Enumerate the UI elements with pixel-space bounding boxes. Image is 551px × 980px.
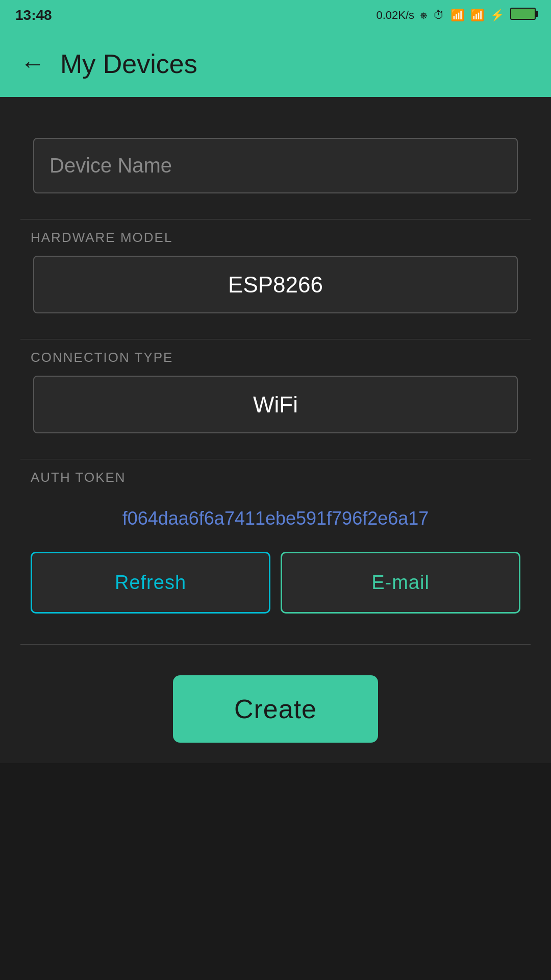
auth-token-divider — [20, 459, 531, 459]
signal-icon: 📶 — [470, 9, 484, 22]
hardware-model-select[interactable]: ESP8266 — [33, 256, 518, 313]
main-content: HARDWARE MODEL ESP8266 CONNECTION TYPE W… — [0, 97, 551, 763]
auth-token-label: AUTH TOKEN — [20, 470, 531, 485]
auth-token-value: f064daa6f6a7411ebe591f796f2e6a17 — [20, 496, 531, 542]
network-speed: 0.02K/s — [376, 9, 414, 22]
connection-divider — [20, 339, 531, 339]
status-bar: 13:48 0.02K/s ⎈ ⏱ 📶 📶 ⚡ — [0, 0, 551, 31]
email-button[interactable]: E-mail — [281, 552, 520, 614]
token-buttons-row: Refresh E-mail — [20, 542, 531, 614]
create-button-container: Create — [20, 645, 531, 763]
page-title: My Devices — [60, 48, 197, 79]
bluetooth-icon: ⎈ — [420, 9, 427, 22]
hardware-divider — [20, 219, 531, 219]
refresh-button[interactable]: Refresh — [31, 552, 270, 614]
alarm-icon: ⏱ — [433, 9, 444, 22]
status-time: 13:48 — [15, 7, 52, 23]
create-button[interactable]: Create — [173, 675, 378, 743]
device-name-input[interactable] — [33, 138, 518, 193]
app-bar: ← My Devices — [0, 31, 551, 97]
back-button[interactable]: ← — [20, 52, 45, 76]
connection-type-label: CONNECTION TYPE — [20, 350, 531, 365]
status-icons: 0.02K/s ⎈ ⏱ 📶 📶 ⚡ — [376, 8, 536, 23]
battery-icon — [510, 8, 536, 23]
charging-icon: ⚡ — [490, 9, 504, 22]
hardware-model-label: HARDWARE MODEL — [20, 230, 531, 246]
wifi-icon: 📶 — [450, 9, 464, 22]
connection-type-select[interactable]: WiFi — [33, 376, 518, 433]
